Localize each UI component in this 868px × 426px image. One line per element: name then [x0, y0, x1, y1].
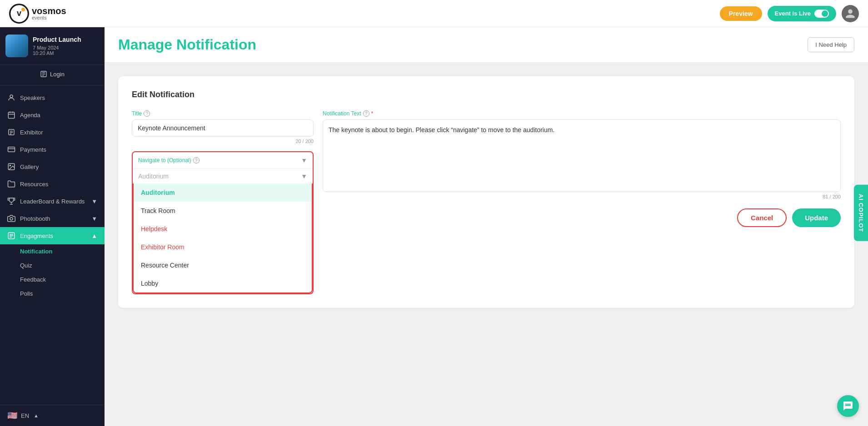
dropdown-item-track-room[interactable]: Track Room [134, 202, 312, 220]
notification-text-box[interactable]: The keynote is about to begin. Please cl… [323, 119, 841, 192]
dropdown-item-resource-center[interactable]: Resource Center [134, 256, 312, 274]
navigate-wrapper: Navigate to (Optional) ? ▼ Auditorium ▼ [132, 151, 314, 294]
event-date: 7 May 2024 [33, 45, 99, 50]
sidebar-item-label: Payments [20, 146, 46, 153]
cancel-button[interactable]: Cancel [737, 208, 787, 227]
help-button[interactable]: I Need Help [808, 37, 854, 52]
dropdown-item-helpdesk[interactable]: Helpdesk [134, 220, 312, 238]
logo-icon: v [9, 4, 29, 24]
buttons-row: Cancel Update [323, 208, 841, 227]
calendar-icon [7, 111, 15, 119]
event-info: Product Launch 7 May 2024 10:20 AM [33, 36, 99, 56]
top-nav: v vosmos events Preview Event is Live [0, 0, 868, 27]
sidebar-sub-polls[interactable]: Polls [0, 287, 105, 301]
logo-name: vosmos [32, 6, 66, 15]
nav-right: Preview Event is Live [720, 5, 859, 22]
chat-bubble-button[interactable] [837, 395, 859, 417]
camera-icon [7, 214, 15, 223]
avatar[interactable] [842, 5, 859, 22]
sidebar-sub-notification[interactable]: Notification [0, 244, 105, 258]
chevron-up-icon: ▲ [91, 233, 97, 239]
dropdown-item-lobby[interactable]: Lobby [134, 274, 312, 292]
person-icon [7, 94, 15, 102]
login-icon [40, 70, 47, 78]
notif-help-icon[interactable]: ? [363, 110, 369, 117]
sidebar-item-engagements[interactable]: Engagments ▲ [0, 227, 105, 244]
svg-point-16 [10, 218, 13, 220]
title-help-icon[interactable]: ? [144, 110, 150, 117]
sidebar-item-speakers[interactable]: Speakers [0, 89, 105, 106]
form-right-col: Notification Text ? * The keynote is abo… [323, 110, 841, 294]
sidebar-item-leaderboard[interactable]: LeaderBoard & Rewards ▼ [0, 193, 105, 210]
notif-text-label: Notification Text ? * [323, 110, 841, 117]
logo: v vosmos events [9, 4, 66, 24]
sidebar-event: Product Launch 7 May 2024 10:20 AM [0, 27, 105, 65]
update-button[interactable]: Update [792, 208, 841, 227]
title-char-count: 20 / 200 [132, 139, 314, 144]
content-body: Edit Notification Title ? 20 / 200 [105, 63, 868, 322]
chat-icon [843, 401, 853, 411]
sidebar-item-resources[interactable]: Resources [0, 175, 105, 193]
chevron-up-icon: ▲ [34, 413, 39, 418]
content-area: Manage Notification I Need Help Edit Not… [105, 27, 868, 426]
login-label: Login [50, 71, 65, 78]
sidebar-item-label: Exhibitor [20, 129, 43, 136]
ai-copilot-tab[interactable]: AI COPILOT [854, 185, 868, 241]
form-row: Title ? 20 / 200 Navigate to (Optional) [132, 110, 841, 294]
live-label: Event is Live [775, 10, 811, 17]
logo-subtitle: events [32, 15, 66, 20]
sidebar-sub-quiz[interactable]: Quiz [0, 258, 105, 272]
sidebar-item-label: Agenda [20, 112, 40, 119]
sidebar-item-exhibitor[interactable]: Exhibitor [0, 124, 105, 141]
chevron-down-icon: ▼ [91, 215, 97, 222]
payment-icon [7, 145, 15, 154]
main-layout: Product Launch 7 May 2024 10:20 AM Login… [0, 27, 868, 426]
svg-point-14 [10, 165, 10, 166]
login-button[interactable]: Login [40, 70, 65, 78]
flag-icon: 🇺🇸 [7, 411, 17, 421]
sidebar-item-payments[interactable]: Payments [0, 141, 105, 158]
chevron-down-icon: ▼ [91, 198, 97, 205]
chevron-down-icon: ▼ [301, 157, 307, 164]
svg-rect-11 [8, 147, 15, 152]
title-field-label: Title ? [132, 110, 314, 117]
sidebar-item-label: LeaderBoard & Rewards [20, 198, 85, 205]
language-label: EN [21, 412, 29, 419]
notif-char-count: 81 / 200 [323, 194, 841, 199]
sidebar: Product Launch 7 May 2024 10:20 AM Login… [0, 27, 105, 426]
title-input[interactable] [132, 119, 314, 137]
sidebar-item-photobooth[interactable]: Photobooth ▼ [0, 210, 105, 227]
sidebar-item-label: Speakers [20, 94, 45, 101]
navigate-help-icon[interactable]: ? [193, 157, 200, 163]
navigate-label: Navigate to (Optional) [138, 157, 191, 163]
navigate-dropdown: Auditorium Track Room Helpdesk Exhibitor… [133, 183, 313, 293]
folder-icon [7, 180, 15, 188]
user-icon [845, 8, 856, 19]
chevron-down-icon2: ▼ [301, 173, 307, 180]
image-icon [7, 163, 15, 171]
event-thumbnail [5, 35, 28, 57]
engage-icon [7, 232, 15, 240]
sidebar-nav: Speakers Agenda Exhibitor Payments Galle… [0, 85, 105, 405]
navigate-trigger[interactable]: Navigate to (Optional) ? ▼ [133, 152, 313, 168]
svg-rect-3 [8, 112, 15, 119]
sidebar-item-gallery[interactable]: Gallery [0, 158, 105, 175]
sidebar-sub-feedback[interactable]: Feedback [0, 272, 105, 287]
page-title: Manage Notification [118, 36, 256, 53]
sidebar-login: Login [0, 65, 105, 85]
sidebar-item-label: Photobooth [20, 215, 50, 222]
event-time: 10:20 AM [33, 50, 99, 56]
sidebar-item-label: Engagments [20, 233, 53, 239]
edit-section-title: Edit Notification [132, 90, 841, 99]
preview-button[interactable]: Preview [720, 6, 762, 21]
trophy-icon [7, 197, 15, 205]
sidebar-language[interactable]: 🇺🇸 EN ▲ [0, 405, 105, 426]
live-toggle[interactable] [814, 10, 829, 18]
sidebar-item-label: Gallery [20, 163, 39, 170]
dropdown-item-exhibitor-room[interactable]: Exhibitor Room [134, 238, 312, 256]
sidebar-item-agenda[interactable]: Agenda [0, 106, 105, 124]
form-left-col: Title ? 20 / 200 Navigate to (Optional) [132, 110, 314, 294]
event-name: Product Launch [33, 36, 99, 44]
dropdown-item-auditorium[interactable]: Auditorium [134, 183, 312, 202]
event-live-button[interactable]: Event is Live [768, 6, 836, 21]
